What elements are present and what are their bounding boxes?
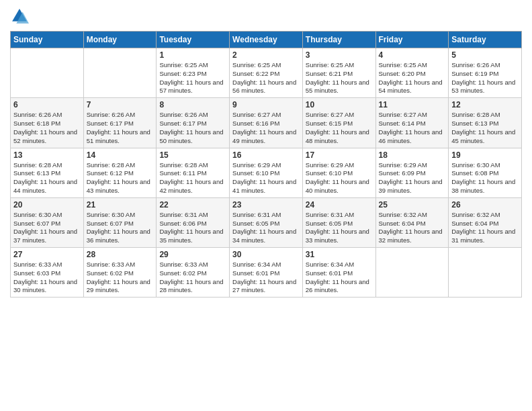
day-number: 5 [451, 50, 519, 60]
header [10, 7, 522, 26]
weekday-header-monday: Monday [83, 32, 157, 48]
day-number: 11 [379, 100, 446, 109]
cell-info: Sunrise: 6:26 AM Sunset: 6:17 PM Dayligh… [159, 111, 226, 145]
calendar-cell: 10Sunrise: 6:27 AM Sunset: 6:15 PM Dayli… [302, 98, 375, 148]
day-number: 14 [87, 150, 154, 160]
calendar: SundayMondayTuesdayWednesdayThursdayFrid… [10, 31, 522, 298]
weekday-header-friday: Friday [375, 32, 449, 48]
calendar-cell: 24Sunrise: 6:31 AM Sunset: 6:05 PM Dayli… [302, 197, 375, 247]
page: SundayMondayTuesdayWednesdayThursdayFrid… [0, 0, 532, 411]
cell-info: Sunrise: 6:27 AM Sunset: 6:14 PM Dayligh… [379, 111, 446, 145]
day-number: 9 [232, 100, 300, 109]
calendar-cell: 21Sunrise: 6:30 AM Sunset: 6:07 PM Dayli… [83, 197, 157, 247]
calendar-cell: 17Sunrise: 6:29 AM Sunset: 6:10 PM Dayli… [302, 148, 375, 197]
logo [10, 7, 32, 26]
day-number: 19 [451, 150, 519, 160]
calendar-cell [375, 248, 449, 298]
day-number: 22 [159, 200, 226, 210]
calendar-cell: 27Sunrise: 6:33 AM Sunset: 6:03 PM Dayli… [11, 248, 84, 298]
cell-info: Sunrise: 6:31 AM Sunset: 6:06 PM Dayligh… [159, 211, 226, 245]
cell-info: Sunrise: 6:26 AM Sunset: 6:19 PM Dayligh… [451, 61, 519, 95]
day-number: 30 [232, 250, 300, 259]
day-number: 31 [306, 250, 373, 259]
cell-info: Sunrise: 6:31 AM Sunset: 6:05 PM Dayligh… [232, 211, 300, 245]
cell-info: Sunrise: 6:33 AM Sunset: 6:02 PM Dayligh… [87, 261, 154, 295]
day-number: 28 [87, 250, 154, 259]
day-number: 23 [232, 200, 300, 210]
cell-info: Sunrise: 6:25 AM Sunset: 6:23 PM Dayligh… [159, 61, 226, 95]
day-number: 29 [159, 250, 226, 259]
calendar-cell [449, 248, 522, 298]
calendar-cell: 7Sunrise: 6:26 AM Sunset: 6:17 PM Daylig… [83, 98, 157, 148]
day-number: 25 [379, 200, 446, 210]
day-number: 26 [451, 200, 519, 210]
calendar-cell: 22Sunrise: 6:31 AM Sunset: 6:06 PM Dayli… [157, 197, 230, 247]
calendar-cell: 31Sunrise: 6:34 AM Sunset: 6:01 PM Dayli… [302, 248, 375, 298]
cell-info: Sunrise: 6:25 AM Sunset: 6:22 PM Dayligh… [232, 61, 300, 95]
day-number: 2 [232, 50, 300, 60]
calendar-cell: 8Sunrise: 6:26 AM Sunset: 6:17 PM Daylig… [157, 98, 230, 148]
weekday-header-sunday: Sunday [11, 32, 84, 48]
day-number: 10 [306, 100, 373, 109]
calendar-cell: 5Sunrise: 6:26 AM Sunset: 6:19 PM Daylig… [449, 48, 522, 98]
calendar-cell: 26Sunrise: 6:32 AM Sunset: 6:04 PM Dayli… [449, 197, 522, 247]
cell-info: Sunrise: 6:29 AM Sunset: 6:10 PM Dayligh… [232, 161, 300, 195]
day-number: 20 [13, 200, 81, 210]
cell-info: Sunrise: 6:27 AM Sunset: 6:16 PM Dayligh… [232, 111, 300, 145]
cell-info: Sunrise: 6:28 AM Sunset: 6:13 PM Dayligh… [13, 161, 81, 195]
calendar-cell: 6Sunrise: 6:26 AM Sunset: 6:18 PM Daylig… [11, 98, 84, 148]
day-number: 17 [306, 150, 373, 160]
cell-info: Sunrise: 6:30 AM Sunset: 6:07 PM Dayligh… [13, 211, 81, 245]
calendar-cell: 19Sunrise: 6:30 AM Sunset: 6:08 PM Dayli… [449, 148, 522, 197]
calendar-cell: 1Sunrise: 6:25 AM Sunset: 6:23 PM Daylig… [157, 48, 230, 98]
calendar-cell: 20Sunrise: 6:30 AM Sunset: 6:07 PM Dayli… [11, 197, 84, 247]
cell-info: Sunrise: 6:29 AM Sunset: 6:09 PM Dayligh… [379, 161, 446, 195]
day-number: 12 [451, 100, 519, 109]
day-number: 16 [232, 150, 300, 160]
weekday-header-thursday: Thursday [302, 32, 375, 48]
day-number: 24 [306, 200, 373, 210]
cell-info: Sunrise: 6:33 AM Sunset: 6:02 PM Dayligh… [159, 261, 226, 295]
cell-info: Sunrise: 6:26 AM Sunset: 6:17 PM Dayligh… [87, 111, 154, 145]
cell-info: Sunrise: 6:26 AM Sunset: 6:18 PM Dayligh… [13, 111, 81, 145]
cell-info: Sunrise: 6:28 AM Sunset: 6:12 PM Dayligh… [87, 161, 154, 195]
calendar-week-5: 27Sunrise: 6:33 AM Sunset: 6:03 PM Dayli… [11, 248, 522, 298]
cell-info: Sunrise: 6:29 AM Sunset: 6:10 PM Dayligh… [306, 161, 373, 195]
calendar-cell: 9Sunrise: 6:27 AM Sunset: 6:16 PM Daylig… [230, 98, 303, 148]
cell-info: Sunrise: 6:28 AM Sunset: 6:11 PM Dayligh… [159, 161, 226, 195]
calendar-week-4: 20Sunrise: 6:30 AM Sunset: 6:07 PM Dayli… [11, 197, 522, 247]
calendar-cell: 14Sunrise: 6:28 AM Sunset: 6:12 PM Dayli… [83, 148, 157, 197]
weekday-header-row: SundayMondayTuesdayWednesdayThursdayFrid… [11, 32, 522, 48]
day-number: 15 [159, 150, 226, 160]
day-number: 18 [379, 150, 446, 160]
weekday-header-saturday: Saturday [449, 32, 522, 48]
calendar-cell: 4Sunrise: 6:25 AM Sunset: 6:20 PM Daylig… [375, 48, 449, 98]
cell-info: Sunrise: 6:33 AM Sunset: 6:03 PM Dayligh… [13, 261, 81, 295]
day-number: 4 [379, 50, 446, 60]
calendar-cell: 28Sunrise: 6:33 AM Sunset: 6:02 PM Dayli… [83, 248, 157, 298]
calendar-cell: 30Sunrise: 6:34 AM Sunset: 6:01 PM Dayli… [230, 248, 303, 298]
calendar-cell: 12Sunrise: 6:28 AM Sunset: 6:13 PM Dayli… [449, 98, 522, 148]
day-number: 6 [13, 100, 81, 109]
cell-info: Sunrise: 6:32 AM Sunset: 6:04 PM Dayligh… [451, 211, 519, 245]
cell-info: Sunrise: 6:25 AM Sunset: 6:20 PM Dayligh… [379, 61, 446, 95]
day-number: 8 [159, 100, 226, 109]
calendar-cell: 18Sunrise: 6:29 AM Sunset: 6:09 PM Dayli… [375, 148, 449, 197]
calendar-cell: 16Sunrise: 6:29 AM Sunset: 6:10 PM Dayli… [230, 148, 303, 197]
day-number: 7 [87, 100, 154, 109]
calendar-cell [83, 48, 157, 98]
calendar-week-3: 13Sunrise: 6:28 AM Sunset: 6:13 PM Dayli… [11, 148, 522, 197]
cell-info: Sunrise: 6:32 AM Sunset: 6:04 PM Dayligh… [379, 211, 446, 245]
cell-info: Sunrise: 6:34 AM Sunset: 6:01 PM Dayligh… [306, 261, 373, 295]
cell-info: Sunrise: 6:27 AM Sunset: 6:15 PM Dayligh… [306, 111, 373, 145]
calendar-cell: 15Sunrise: 6:28 AM Sunset: 6:11 PM Dayli… [157, 148, 230, 197]
calendar-cell: 25Sunrise: 6:32 AM Sunset: 6:04 PM Dayli… [375, 197, 449, 247]
cell-info: Sunrise: 6:28 AM Sunset: 6:13 PM Dayligh… [451, 111, 519, 145]
calendar-cell: 13Sunrise: 6:28 AM Sunset: 6:13 PM Dayli… [11, 148, 84, 197]
calendar-cell: 3Sunrise: 6:25 AM Sunset: 6:21 PM Daylig… [302, 48, 375, 98]
calendar-cell [11, 48, 84, 98]
day-number: 1 [159, 50, 226, 60]
cell-info: Sunrise: 6:30 AM Sunset: 6:07 PM Dayligh… [87, 211, 154, 245]
calendar-cell: 2Sunrise: 6:25 AM Sunset: 6:22 PM Daylig… [230, 48, 303, 98]
calendar-cell: 29Sunrise: 6:33 AM Sunset: 6:02 PM Dayli… [157, 248, 230, 298]
